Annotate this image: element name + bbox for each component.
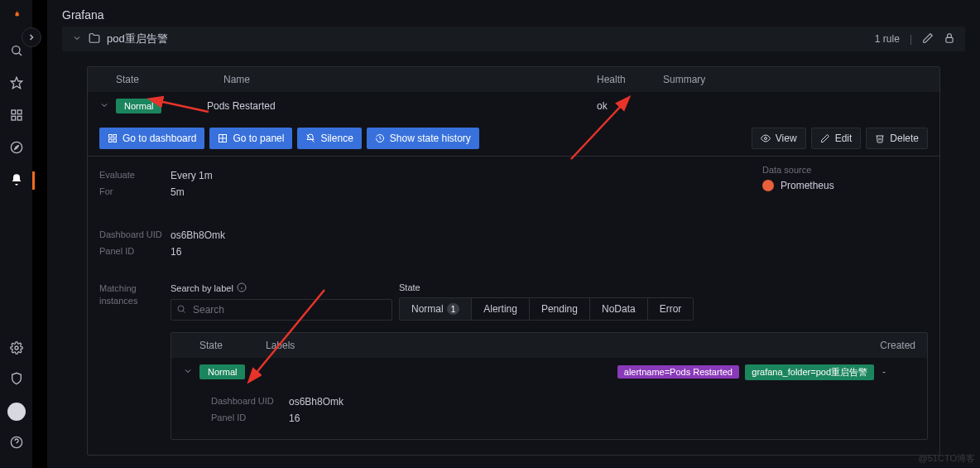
svg-rect-5	[12, 116, 16, 120]
svg-point-0	[12, 46, 19, 54]
view-button[interactable]: View	[752, 128, 806, 149]
nav-active-indicator	[32, 171, 35, 190]
state-badge: Normal	[116, 99, 161, 113]
main-content: Grafana pod重启告警 1 rule | State Name	[47, 0, 980, 468]
watermark: @51CTO博客	[919, 452, 975, 465]
rule-table-header: State Name Health Summary	[88, 67, 939, 92]
svg-point-7	[11, 142, 22, 152]
dashboard-uid-value: os6Bh8Omk	[171, 229, 225, 241]
rule-actions: Go to dashboard Go to panel Silence Show…	[88, 120, 939, 157]
rule-health: ok	[597, 100, 663, 112]
page-title: Grafana	[62, 0, 965, 27]
rule-card: State Name Health Summary Normal Pods Re…	[87, 66, 940, 456]
view-label: View	[776, 133, 797, 144]
svg-rect-13	[109, 134, 113, 138]
edit-button[interactable]: Edit	[811, 128, 862, 149]
filter-pending[interactable]: Pending	[530, 298, 590, 320]
nav-rail-outer	[0, 0, 32, 468]
delete-label: Delete	[890, 133, 919, 144]
alerting-bell-icon[interactable]	[10, 173, 23, 189]
silence-label: Silence	[320, 133, 353, 144]
go-to-panel-button[interactable]: Go to panel	[209, 128, 292, 149]
state-filter: Normal 1 Alerting Pending NoData Error	[399, 297, 694, 321]
rule-row[interactable]: Normal Pods Restarted ok	[88, 92, 939, 120]
lock-icon[interactable]	[944, 32, 955, 46]
search-by-label-title: Search by label	[171, 283, 233, 293]
inst-col-created: Created	[833, 340, 915, 351]
data-source-value: Prometheus	[781, 180, 834, 191]
instances-header: State Labels Created	[171, 333, 927, 358]
instances-card: State Labels Created Normal alertname=Po…	[171, 332, 928, 440]
delete-button[interactable]: Delete	[866, 128, 928, 149]
avatar[interactable]	[7, 403, 26, 421]
data-source-key: Data source	[762, 165, 928, 175]
col-summary: Summary	[663, 74, 928, 85]
instance-row[interactable]: Normal alertname=Pods Restarted grafana_…	[171, 358, 927, 386]
evaluate-key: Evaluate	[99, 170, 171, 181]
normal-count: 1	[447, 303, 460, 315]
star-icon[interactable]	[10, 76, 23, 92]
prometheus-icon	[762, 180, 774, 191]
panel-id-key: Panel ID	[99, 246, 171, 258]
search-icon[interactable]	[10, 44, 23, 60]
chevron-down-icon[interactable]	[72, 33, 82, 46]
filter-alerting[interactable]: Alerting	[472, 298, 530, 320]
instance-state-badge: Normal	[199, 364, 245, 379]
folder-header[interactable]: pod重启告警 1 rule |	[62, 27, 965, 51]
for-value: 5m	[171, 186, 185, 198]
grafana-logo-icon[interactable]	[10, 8, 23, 27]
dashboards-icon[interactable]	[10, 109, 23, 124]
help-icon[interactable]	[10, 436, 23, 451]
show-state-history-button[interactable]: Show state history	[367, 128, 479, 149]
shield-icon[interactable]	[10, 372, 23, 388]
svg-rect-3	[12, 110, 16, 114]
chevron-down-icon[interactable]	[183, 366, 199, 379]
svg-rect-15	[109, 139, 113, 142]
instance-detail: Dashboard UIDos6Bh8Omk Panel ID16	[171, 386, 927, 439]
nav-rail-inner	[32, 0, 47, 468]
col-name: Name	[223, 74, 597, 85]
rule-count: 1 rule	[875, 33, 900, 45]
svg-rect-4	[17, 110, 22, 114]
svg-line-26	[183, 311, 185, 312]
info-icon[interactable]	[237, 282, 247, 294]
col-health: Health	[597, 74, 663, 85]
explore-icon[interactable]	[10, 141, 23, 157]
state-filter-title: State	[399, 282, 694, 292]
silence-button[interactable]: Silence	[297, 128, 361, 149]
search-input[interactable]	[171, 299, 392, 321]
dashboard-uid-key: Dashboard UID	[99, 229, 171, 241]
inst-dash-uid-key: Dashboard UID	[211, 396, 289, 408]
svg-point-9	[15, 346, 18, 350]
expand-nav-button[interactable]	[22, 27, 41, 47]
settings-gear-icon[interactable]	[10, 341, 23, 357]
svg-rect-12	[946, 37, 953, 42]
search-icon	[176, 304, 186, 316]
svg-line-1	[19, 53, 22, 55]
for-key: For	[99, 186, 171, 198]
filter-nodata[interactable]: NoData	[590, 298, 648, 320]
inst-panel-id-value: 16	[289, 413, 300, 424]
rule-name: Pods Restarted	[207, 100, 597, 112]
go-to-dashboard-label: Go to dashboard	[122, 133, 196, 144]
history-label: Show state history	[390, 133, 471, 144]
filter-normal[interactable]: Normal 1	[400, 298, 472, 320]
inst-panel-id-key: Panel ID	[211, 413, 289, 424]
svg-rect-16	[113, 139, 117, 142]
col-state: State	[116, 74, 223, 85]
inst-col-labels: Labels	[266, 340, 833, 351]
filter-error[interactable]: Error	[648, 298, 694, 320]
svg-rect-14	[113, 134, 117, 138]
folder-name: pod重启告警	[107, 31, 168, 46]
instance-created: -	[882, 366, 915, 378]
divider: |	[910, 33, 912, 45]
chevron-down-icon[interactable]	[99, 100, 116, 113]
go-to-panel-label: Go to panel	[233, 133, 284, 144]
svg-marker-8	[14, 145, 18, 149]
instance-label-folder: grafana_folder=pod重启告警	[745, 364, 874, 380]
edit-folder-icon[interactable]	[922, 32, 934, 46]
go-to-dashboard-button[interactable]: Go to dashboard	[99, 128, 204, 149]
svg-rect-6	[17, 116, 22, 120]
edit-label: Edit	[835, 133, 853, 144]
instance-label-alertname: alertname=Pods Restarted	[617, 365, 739, 379]
